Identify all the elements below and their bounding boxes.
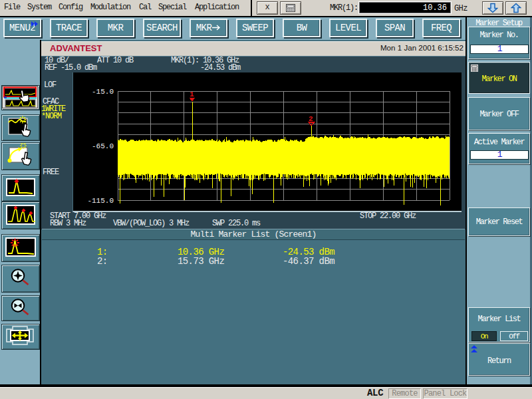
svg-text:-115.0: -115.0 <box>87 197 114 205</box>
svg-text:-65.0: -65.0 <box>92 142 114 150</box>
svg-text:2: 2 <box>309 115 313 123</box>
svg-text:1: 1 <box>190 90 194 98</box>
svg-text:-15.0: -15.0 <box>92 88 114 96</box>
